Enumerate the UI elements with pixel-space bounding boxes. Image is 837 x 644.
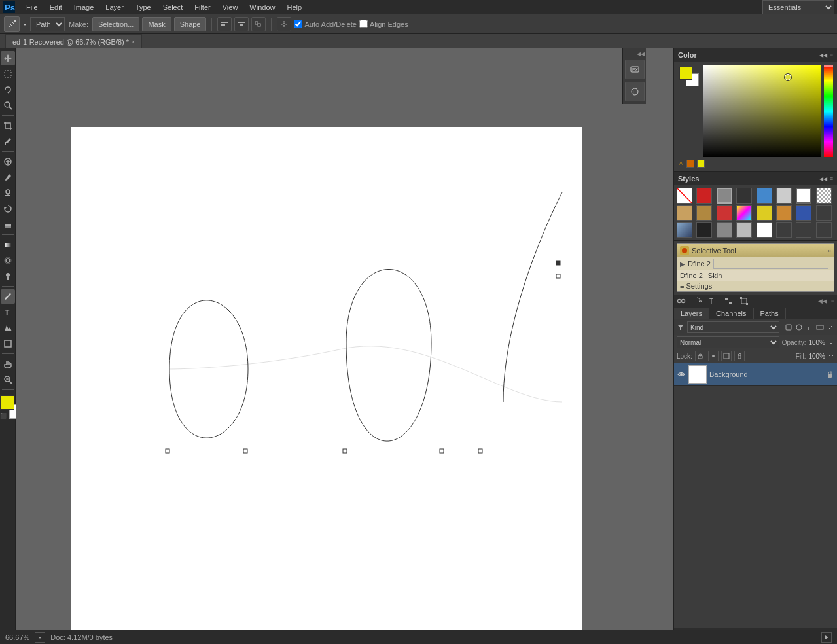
eraser-tool[interactable] [1, 217, 15, 232]
shape-button[interactable]: Shape [174, 17, 207, 31]
color-fg-swatch[interactable] [679, 67, 692, 80]
style-light-gray2[interactable] [736, 222, 752, 238]
styles-panel-collapse[interactable]: ◀◀ [819, 176, 827, 182]
color-gradient-picker[interactable] [703, 65, 821, 157]
history-tool[interactable] [1, 202, 15, 216]
style-red[interactable] [696, 188, 712, 204]
menu-help[interactable]: Help [281, 2, 307, 12]
style-tan[interactable] [677, 205, 692, 221]
dodge-tool[interactable] [1, 269, 15, 283]
style-light-gray[interactable] [776, 188, 792, 204]
blend-mode-select[interactable]: Normal [677, 336, 779, 348]
lock-position-icon[interactable] [708, 351, 719, 361]
color-panel-collapse[interactable]: ◀◀ [819, 52, 827, 58]
fill-value[interactable]: 100% [808, 353, 825, 360]
menu-edit[interactable]: Edit [45, 2, 67, 12]
menu-image[interactable]: Image [69, 2, 99, 12]
layers-kind-select[interactable]: Kind [687, 321, 779, 333]
layers-transform-icon[interactable] [739, 296, 749, 306]
path-align-left-icon[interactable] [217, 17, 232, 31]
style-yellow[interactable] [757, 205, 772, 221]
mini-panel-collapse[interactable]: ◀◀ [637, 51, 645, 57]
style-white2[interactable] [757, 222, 772, 238]
align-edges-checkbox[interactable] [359, 20, 368, 28]
web-safe-swatch[interactable] [697, 160, 705, 168]
tab-close-btn[interactable]: × [132, 39, 135, 45]
style-multicolor[interactable] [736, 205, 752, 221]
foreground-color-box[interactable] [0, 395, 14, 410]
styles-panel-menu[interactable]: ≡ [830, 175, 833, 182]
style-gold[interactable] [696, 205, 712, 221]
align-edges-check[interactable]: Align Edges [359, 20, 408, 28]
layers-link-icon[interactable] [677, 296, 686, 306]
path-combine-icon[interactable] [251, 17, 266, 31]
style-white-outline[interactable] [796, 188, 811, 204]
settings-icon[interactable] [277, 17, 291, 31]
menu-filter[interactable]: Filter [189, 2, 215, 12]
menu-type[interactable]: Type [130, 2, 156, 12]
gradient-tool[interactable] [1, 238, 15, 252]
lasso-tool[interactable] [1, 82, 15, 97]
blur-tool[interactable] [1, 253, 15, 268]
layers-refresh-icon[interactable] [692, 296, 702, 306]
menu-select[interactable]: Select [158, 2, 188, 12]
opacity-value[interactable]: 100% [808, 339, 825, 346]
menu-view[interactable]: View [217, 2, 243, 12]
document-tab[interactable]: ed-1-Recovered @ 66.7% (RGB/8) * × [5, 34, 142, 48]
color-panel-menu[interactable]: ≡ [830, 52, 833, 58]
heal-tool[interactable] [1, 154, 15, 169]
workspace-select[interactable]: Essentials [762, 0, 834, 14]
opacity-chevron[interactable] [828, 339, 834, 346]
crop-tool[interactable] [1, 118, 15, 133]
style-empty4[interactable] [816, 222, 832, 238]
auto-add-delete-check[interactable]: Auto Add/Delete [294, 20, 357, 28]
layers-distribute-icon[interactable] [724, 296, 733, 306]
style-red2[interactable] [717, 205, 732, 221]
hand-tool[interactable] [1, 357, 15, 371]
style-empty2[interactable] [776, 222, 792, 238]
selective-tool-expand-icon[interactable]: ▶ [680, 260, 685, 268]
menu-layer[interactable]: Layer [100, 2, 129, 12]
style-dark[interactable] [736, 188, 752, 204]
marquee-tool[interactable] [1, 67, 15, 81]
zoom-tool[interactable] [1, 372, 15, 387]
shape-tool[interactable] [1, 336, 15, 351]
selective-tool-close[interactable]: × [828, 248, 831, 254]
tab-channels[interactable]: Channels [709, 308, 753, 319]
tab-paths[interactable]: Paths [754, 308, 786, 319]
path-distribute-icon[interactable] [234, 17, 249, 31]
mask-button[interactable]: Mask [142, 17, 171, 31]
brush-tool[interactable] [1, 170, 15, 185]
menu-file[interactable]: File [21, 2, 43, 12]
style-gray-outline[interactable] [717, 188, 732, 204]
style-empty[interactable] [816, 205, 832, 221]
mini-panel-btn-1[interactable]: FX [625, 60, 645, 79]
status-play-btn[interactable] [821, 632, 832, 643]
fill-chevron[interactable] [828, 353, 834, 359]
path-select-tool[interactable] [1, 321, 15, 335]
mini-panel-btn-2[interactable]: i [625, 82, 645, 101]
layers-panel-menu[interactable]: ≡ [831, 298, 834, 304]
pen-tool[interactable] [1, 289, 15, 304]
style-mid-gray[interactable] [717, 222, 732, 238]
lock-artboard-icon[interactable] [721, 351, 732, 361]
style-blue2[interactable] [796, 205, 811, 221]
style-blue[interactable] [757, 188, 772, 204]
layer-visibility-eye[interactable] [677, 370, 686, 379]
status-arrow-btn[interactable] [35, 632, 45, 643]
menu-window[interactable]: Window [244, 2, 280, 12]
auto-add-delete-checkbox[interactable] [294, 20, 302, 28]
quick-select-tool[interactable] [1, 98, 15, 113]
selection-button[interactable]: Selection... [92, 17, 139, 31]
gamut-correction-swatch[interactable] [686, 160, 694, 168]
style-dark2[interactable] [696, 222, 712, 238]
selective-tool-minimize[interactable]: − [823, 248, 826, 254]
stamp-tool[interactable] [1, 186, 15, 200]
move-tool[interactable] [1, 51, 15, 65]
layer-row-background[interactable]: Background [674, 363, 837, 386]
eyedropper-tool[interactable] [1, 134, 15, 149]
lock-pixels-icon[interactable] [695, 351, 705, 361]
style-orange[interactable] [776, 205, 792, 221]
reset-colors-icon[interactable]: ⬛ [0, 413, 7, 419]
hue-slider[interactable] [824, 65, 833, 157]
